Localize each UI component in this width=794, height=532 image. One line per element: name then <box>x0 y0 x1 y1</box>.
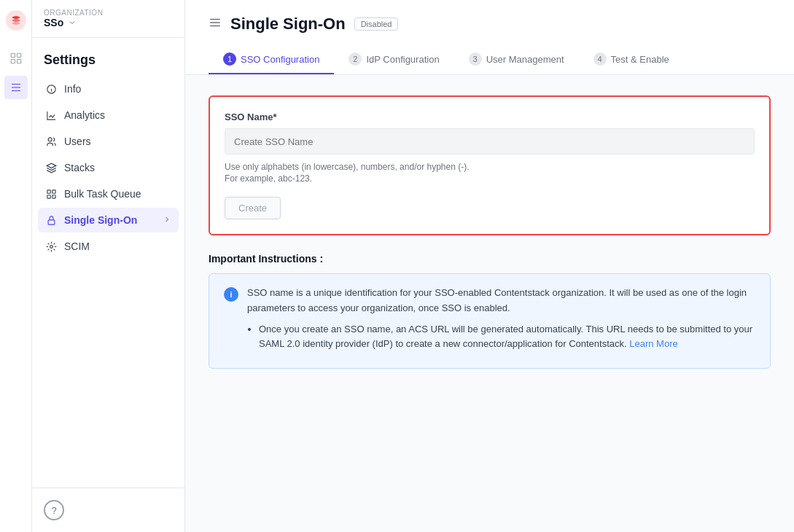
sidebar-item-label: Info <box>64 83 81 95</box>
content-area: SSO Name* Use only alphabets (in lowerca… <box>185 75 794 389</box>
learn-more-link[interactable]: Learn More <box>629 338 677 349</box>
sidebar-item-label: SCIM <box>64 240 90 252</box>
info-icon <box>45 83 57 95</box>
create-button[interactable]: Create <box>225 197 281 219</box>
tab-user-management[interactable]: 3 User Management <box>454 45 579 74</box>
sidebar-item-label: Bulk Task Queue <box>64 188 141 200</box>
help-button[interactable]: ? <box>44 500 64 520</box>
instruction-bullet1: SSO name is a unique identification for … <box>247 287 747 313</box>
info-icon: i <box>224 287 238 302</box>
status-badge: Disabled <box>354 17 399 31</box>
tabs: 1 SSO Configuration 2 IdP Configuration … <box>209 45 771 74</box>
svg-rect-10 <box>52 189 55 192</box>
tab-idp-configuration[interactable]: 2 IdP Configuration <box>334 45 454 74</box>
sidebar-title: Settings <box>32 38 184 77</box>
users-icon <box>45 136 57 147</box>
org-chevron-icon <box>68 18 77 27</box>
svg-point-8 <box>48 137 52 141</box>
sidebar-item-bulk-task-queue[interactable]: Bulk Task Queue <box>38 181 179 206</box>
tab-label-1: SSO Configuration <box>241 54 319 65</box>
sso-config-card: SSO Name* Use only alphabets (in lowerca… <box>209 95 771 235</box>
svg-rect-9 <box>47 189 50 192</box>
sidebar-item-single-sign-on[interactable]: Single Sign-On <box>38 208 179 232</box>
tab-num-3: 3 <box>469 52 482 66</box>
main-content: Single Sign-On Disabled 1 SSO Configurat… <box>185 0 794 532</box>
sso-name-input[interactable] <box>225 128 755 154</box>
sidebar-item-stacks[interactable]: Stacks <box>38 155 179 180</box>
lock-icon <box>45 214 57 226</box>
sidebar-item-analytics[interactable]: Analytics <box>38 103 179 128</box>
svg-rect-4 <box>17 60 20 63</box>
tab-num-1: 1 <box>223 52 236 66</box>
org-label: Organization <box>44 9 173 17</box>
instructions-text: SSO name is a unique identification for … <box>247 286 755 356</box>
svg-rect-1 <box>11 53 15 57</box>
sidebar-item-label: Stacks <box>64 162 95 173</box>
svg-rect-12 <box>52 195 55 197</box>
svg-point-14 <box>50 245 52 248</box>
svg-rect-13 <box>48 219 55 224</box>
bulk-icon <box>45 188 57 200</box>
sidebar: Organization SSo Settings Info Analytics <box>32 0 185 532</box>
hamburger-icon[interactable] <box>209 16 222 32</box>
tab-label-2: IdP Configuration <box>366 54 439 65</box>
sidebar-footer: ? <box>32 488 184 532</box>
page-title: Single Sign-On <box>230 15 346 34</box>
tab-sso-configuration[interactable]: 1 SSO Configuration <box>209 45 334 74</box>
page-header-top: Single Sign-On Disabled <box>209 15 771 34</box>
org-selector[interactable]: Organization SSo <box>32 0 184 38</box>
instructions-title: Important Instructions : <box>209 253 771 265</box>
svg-rect-2 <box>17 53 20 57</box>
tab-test-enable[interactable]: 4 Test & Enable <box>579 45 684 74</box>
chevron-right-icon <box>163 214 171 226</box>
instructions-section: Important Instructions : i SSO name is a… <box>209 253 771 369</box>
sso-name-label: SSO Name* <box>225 112 755 122</box>
tab-label-3: User Management <box>486 54 564 65</box>
analytics-icon <box>45 109 57 121</box>
icon-rail <box>0 0 32 532</box>
sidebar-item-scim[interactable]: SCIM <box>38 234 179 259</box>
hint-line1: Use only alphabets (in lowercase), numbe… <box>225 162 755 172</box>
sidebar-item-users[interactable]: Users <box>38 129 179 154</box>
instruction-bullet2: Once you create an SSO name, an ACS URL … <box>259 322 755 353</box>
rail-grid-icon[interactable] <box>4 47 28 70</box>
scim-icon <box>45 240 57 252</box>
app-logo[interactable] <box>4 9 28 32</box>
sidebar-item-label: Analytics <box>64 109 105 121</box>
hint-line2: For example, abc-123. <box>225 173 755 184</box>
sidebar-item-info[interactable]: Info <box>38 77 179 101</box>
page-header: Single Sign-On Disabled 1 SSO Configurat… <box>185 0 794 75</box>
sidebar-item-label: Users <box>64 136 91 147</box>
stacks-icon <box>45 162 57 173</box>
tab-num-4: 4 <box>593 52 607 66</box>
svg-rect-3 <box>11 60 15 63</box>
rail-settings-icon[interactable] <box>4 76 28 99</box>
sidebar-item-label: Single Sign-On <box>64 214 137 226</box>
tab-label-4: Test & Enable <box>611 54 669 65</box>
instructions-card: i SSO name is a unique identification fo… <box>209 273 771 369</box>
sidebar-nav: Info Analytics Users Stacks <box>32 77 184 488</box>
org-name[interactable]: SSo <box>44 17 173 28</box>
svg-rect-11 <box>47 195 50 197</box>
tab-num-2: 2 <box>349 52 362 66</box>
